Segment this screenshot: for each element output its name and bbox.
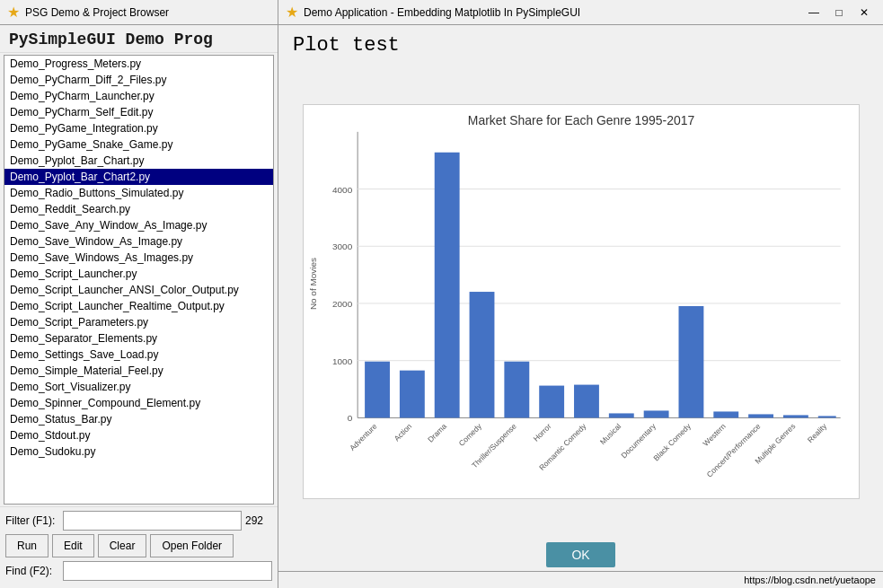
x-label-documentary: Documentary xyxy=(619,421,658,460)
maximize-button[interactable]: □ xyxy=(827,4,851,22)
filter-input[interactable] xyxy=(63,511,242,531)
file-list[interactable]: Demo_Progress_Meters.pyDemo_PyCharm_Diff… xyxy=(4,55,274,505)
chart-svg: Market Share for Each Genre 1995-2017 No… xyxy=(304,105,859,498)
filter-row: Filter (F1): 292 xyxy=(5,511,272,531)
file-item[interactable]: Demo_Stdout.py xyxy=(4,427,273,443)
file-item[interactable]: Demo_Simple_Material_Feel.py xyxy=(4,363,273,379)
x-label-horror: Horror xyxy=(531,422,552,443)
x-label-musical: Musical xyxy=(597,422,622,446)
bar-thriller xyxy=(504,362,529,418)
status-url: https://blog.csdn.net/yuetaope xyxy=(744,575,876,585)
file-item[interactable]: Demo_Spinner_Compound_Element.py xyxy=(4,395,273,411)
left-window-title: PSG Demo & Project Browser xyxy=(25,6,169,19)
x-label-adventure: Adventure xyxy=(348,422,379,453)
x-label-western: Western xyxy=(701,422,727,448)
minimize-button[interactable]: — xyxy=(802,4,826,22)
find-row: Find (F2): xyxy=(5,561,272,581)
edit-button[interactable]: Edit xyxy=(52,534,94,557)
bar-black-comedy xyxy=(678,306,703,417)
file-item[interactable]: Demo_PyGame_Integration.py xyxy=(4,120,273,136)
right-panel: ★ Demo Application - Embedding Matplotli… xyxy=(278,0,883,588)
bar-multiple-genres xyxy=(782,415,808,417)
app-heading: PySimpleGUI Demo Prog xyxy=(9,31,269,48)
right-title-left: ★ Demo Application - Embedding Matplotli… xyxy=(286,4,580,21)
file-item[interactable]: Demo_PyCharm_Launcher.py xyxy=(4,88,273,104)
file-item[interactable]: Demo_Sort_Visualizer.py xyxy=(4,379,273,395)
file-item[interactable]: Demo_Reddit_Search.py xyxy=(4,201,273,217)
open-folder-button[interactable]: Open Folder xyxy=(150,534,234,557)
bar-romantic-comedy xyxy=(574,385,599,418)
bar-documentary xyxy=(643,410,668,417)
action-buttons: Run Edit Clear Open Folder xyxy=(5,534,272,557)
file-item[interactable]: Demo_Settings_Save_Load.py xyxy=(4,347,273,363)
close-button[interactable]: ✕ xyxy=(852,4,876,22)
x-label-action: Action xyxy=(392,421,413,443)
file-item[interactable]: Demo_Save_Any_Window_As_Image.py xyxy=(4,217,273,233)
right-window-title: Demo Application - Embedding Matplotlib … xyxy=(304,6,580,19)
file-item[interactable]: Demo_Pyplot_Bar_Chart2.py xyxy=(4,169,273,185)
clear-button[interactable]: Clear xyxy=(98,534,147,557)
y-tick-4000: 4000 xyxy=(332,185,353,195)
bar-concert xyxy=(748,414,773,417)
chart-title: Market Share for Each Genre 1995-2017 xyxy=(467,113,694,127)
status-bar: https://blog.csdn.net/yuetaope xyxy=(278,571,883,588)
bar-horror xyxy=(539,386,564,418)
left-panel: ★ PSG Demo & Project Browser PySimpleGUI… xyxy=(0,0,278,588)
plot-title: Plot test xyxy=(278,25,883,62)
bar-action xyxy=(399,371,424,418)
app-title-bar: PySimpleGUI Demo Prog xyxy=(0,25,278,53)
filter-label: Filter (F1): xyxy=(5,514,59,527)
bar-reality xyxy=(817,416,835,417)
file-item[interactable]: Demo_Save_Windows_As_Images.py xyxy=(4,250,273,266)
bar-western xyxy=(713,411,738,417)
file-item[interactable]: Demo_Save_Window_As_Image.py xyxy=(4,233,273,250)
x-label-comedy: Comedy xyxy=(456,421,483,448)
left-titlebar: ★ PSG Demo & Project Browser xyxy=(0,0,278,25)
ok-button[interactable]: OK xyxy=(546,542,614,567)
y-tick-1000: 1000 xyxy=(332,356,353,366)
file-item[interactable]: Demo_Progress_Meters.py xyxy=(4,56,273,72)
bar-musical xyxy=(608,413,633,417)
file-item[interactable]: Demo_PyCharm_Self_Edit.py xyxy=(4,104,273,120)
file-item[interactable]: Demo_Script_Launcher_ANSI_Color_Output.p… xyxy=(4,282,273,298)
find-label: Find (F2): xyxy=(5,565,59,577)
filter-count: 292 xyxy=(245,514,272,527)
file-item[interactable]: Demo_PyGame_Snake_Game.py xyxy=(4,136,273,153)
right-window-icon: ★ xyxy=(286,4,298,21)
ok-button-container: OK xyxy=(278,537,883,571)
file-item[interactable]: Demo_Script_Launcher.py xyxy=(4,266,273,282)
chart-area: Market Share for Each Genre 1995-2017 No… xyxy=(278,62,883,537)
file-item[interactable]: Demo_Radio_Buttons_Simulated.py xyxy=(4,185,273,201)
file-item[interactable]: Demo_Separator_Elements.py xyxy=(4,330,273,347)
x-label-drama: Drama xyxy=(426,422,448,444)
find-input[interactable] xyxy=(63,561,272,581)
chart-container: Market Share for Each Genre 1995-2017 No… xyxy=(303,104,860,499)
left-window-icon: ★ xyxy=(7,4,20,21)
bar-comedy xyxy=(469,292,494,417)
file-item[interactable]: Demo_Script_Parameters.py xyxy=(4,314,273,330)
file-item[interactable]: Demo_Pyplot_Bar_Chart.py xyxy=(4,153,273,169)
bar-adventure xyxy=(365,362,390,418)
y-axis-label: No of Movies xyxy=(308,258,318,310)
y-tick-0: 0 xyxy=(347,413,352,423)
window-controls: — □ ✕ xyxy=(802,4,876,22)
bar-drama xyxy=(434,153,459,418)
y-tick-2000: 2000 xyxy=(332,299,353,309)
run-button[interactable]: Run xyxy=(5,534,49,557)
x-label-reality: Reality xyxy=(805,421,828,444)
right-titlebar: ★ Demo Application - Embedding Matplotli… xyxy=(278,0,883,25)
file-item[interactable]: Demo_PyCharm_Diff_2_Files.py xyxy=(4,72,273,88)
bottom-controls: Filter (F1): 292 Run Edit Clear Open Fol… xyxy=(0,506,278,588)
file-item[interactable]: Demo_Script_Launcher_Realtime_Output.py xyxy=(4,298,273,314)
x-label-black-comedy: Black Comedy xyxy=(651,421,693,462)
y-tick-3000: 3000 xyxy=(332,241,353,251)
file-item[interactable]: Demo_Sudoku.py xyxy=(4,443,273,460)
file-item[interactable]: Demo_Status_Bar.py xyxy=(4,411,273,427)
